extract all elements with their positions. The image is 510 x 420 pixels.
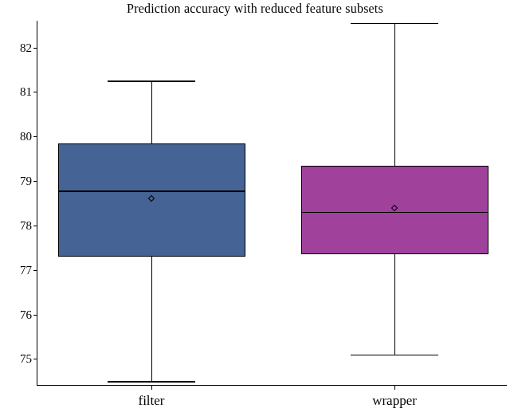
whisker-low-wrapper bbox=[394, 254, 395, 355]
y-tick-mark bbox=[33, 92, 37, 92]
y-tick-label: 76 bbox=[0, 308, 32, 321]
y-tick-mark bbox=[33, 226, 37, 226]
whisker-low-cap-wrapper bbox=[351, 355, 438, 355]
y-tick-mark bbox=[33, 48, 37, 49]
median-wrapper bbox=[301, 212, 488, 213]
whisker-up-cap-wrapper bbox=[351, 23, 438, 24]
y-tick-mark bbox=[33, 136, 37, 137]
y-tick-label: 79 bbox=[0, 175, 32, 188]
chart-title: Prediction accuracy with reduced feature… bbox=[0, 2, 510, 16]
y-tick-mark bbox=[33, 359, 37, 359]
y-tick-mark bbox=[33, 315, 37, 316]
whisker-up-wrapper bbox=[394, 23, 395, 166]
x-tick-label: wrapper bbox=[372, 393, 417, 409]
median-filter bbox=[58, 190, 245, 191]
y-tick-label: 77 bbox=[0, 263, 32, 277]
y-tick-label: 75 bbox=[0, 352, 32, 366]
y-tick-mark bbox=[33, 270, 37, 271]
y-tick-mark bbox=[33, 181, 37, 182]
whisker-up-cap-filter bbox=[108, 80, 195, 81]
x-tick-label: filter bbox=[138, 393, 164, 409]
whisker-up-filter bbox=[151, 80, 152, 143]
y-tick-label: 78 bbox=[0, 218, 32, 232]
whisker-low-cap-filter bbox=[108, 381, 195, 382]
y-tick-label: 81 bbox=[0, 85, 32, 99]
x-tick-mark bbox=[394, 386, 395, 390]
y-tick-label: 82 bbox=[0, 41, 32, 54]
y-tick-label: 80 bbox=[0, 130, 32, 143]
x-tick-mark bbox=[151, 386, 152, 390]
whisker-low-filter bbox=[151, 257, 152, 381]
